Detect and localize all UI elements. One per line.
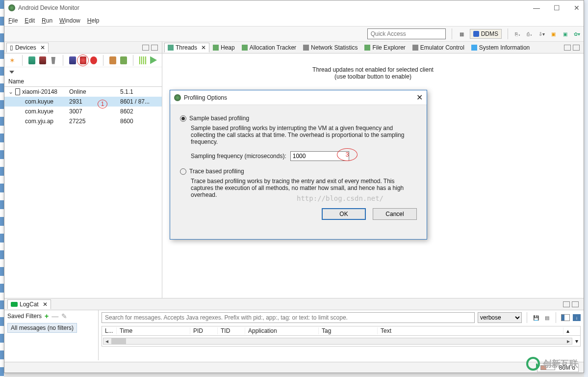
update-heap-icon[interactable] <box>28 56 35 64</box>
separator <box>133 55 133 66</box>
background-right-strip <box>584 0 588 377</box>
scroll-lock-icon[interactable]: ↓ <box>573 314 581 321</box>
tab-heap[interactable]: Heap <box>209 43 238 53</box>
minimize-view-icon[interactable] <box>142 45 149 51</box>
tab-emulator-control[interactable]: Emulator Control <box>409 43 468 53</box>
logcat-main: verbose 💾 ▤ ↓ L... Time PID TID Applicat… <box>99 310 584 360</box>
col-application[interactable]: Application <box>245 327 319 334</box>
stop-process-icon[interactable] <box>90 56 97 64</box>
perspective-label: DDMS <box>481 30 498 37</box>
systrace-icon[interactable] <box>139 56 146 64</box>
device-row[interactable]: ⌄xiaomi-20148 Online 5.1.1 <box>4 87 162 97</box>
cause-gc-icon[interactable] <box>50 56 57 64</box>
threads-message-2: (use toolbar button to enable) <box>312 73 434 80</box>
window-close-icon[interactable]: ✕ <box>574 4 580 12</box>
app-window: Android Device Monitor — ☐ ✕ File Edit R… <box>4 0 584 373</box>
process-row[interactable]: com.kuyue 2931 8601 / 87... <box>4 97 162 107</box>
add-filter-icon[interactable]: + <box>45 312 49 320</box>
menu-run[interactable]: Run <box>42 17 52 24</box>
process-pid: 2931 <box>69 98 96 105</box>
expand-icon[interactable]: ⌄ <box>8 88 13 95</box>
process-row[interactable]: com.yju.ap 27225 8600 <box>4 116 162 126</box>
debug-icon[interactable]: ✶ <box>9 56 16 64</box>
tab-network[interactable]: Network Statistics <box>300 43 361 53</box>
toolbar-icon-6[interactable]: ✿▾ <box>573 30 581 38</box>
maximize-view-icon[interactable] <box>572 301 579 307</box>
start-method-profiling-icon[interactable] <box>80 56 87 64</box>
devices-table: ⌄xiaomi-20148 Online 5.1.1 com.kuyue 293… <box>4 87 162 313</box>
scroll-up-icon[interactable]: ▴ <box>563 327 570 334</box>
trace-based-radio[interactable] <box>180 168 186 175</box>
display-filters-icon[interactable] <box>561 314 570 321</box>
tab-threads[interactable]: Threads✕ <box>164 43 209 53</box>
toolbar-icon-5[interactable]: ▣ <box>561 30 569 38</box>
devices-tab[interactable]: ▯ Devices ✕ <box>6 43 49 53</box>
maximize-view-icon[interactable] <box>151 45 158 51</box>
update-threads-icon[interactable] <box>69 56 76 64</box>
tab-label: Threads <box>176 44 197 51</box>
col-pid[interactable]: PID <box>190 327 218 334</box>
menu-window[interactable]: Window <box>59 17 80 24</box>
profiling-options-dialog: Profiling Options ✕ Sample based profili… <box>170 90 427 240</box>
window-minimize-icon[interactable]: — <box>533 4 540 12</box>
sampling-frequency-input[interactable] <box>290 151 349 161</box>
titlebar: Android Device Monitor — ☐ ✕ <box>4 0 584 15</box>
maximize-view-icon[interactable] <box>573 45 580 51</box>
toolbar-icon-2[interactable]: ⎙▾ <box>526 30 534 38</box>
close-icon[interactable]: ✕ <box>43 301 48 308</box>
horizontal-scrollbar[interactable]: ◂ ▸ <box>103 338 572 345</box>
minimize-view-icon[interactable] <box>563 301 570 307</box>
col-time[interactable]: Time <box>117 327 190 334</box>
logcat-tab[interactable]: LogCat ✕ <box>7 299 51 309</box>
menu-help[interactable]: Help <box>87 17 100 24</box>
toolbar-icon-4[interactable]: ▣ <box>549 30 557 38</box>
clear-log-icon[interactable]: ▤ <box>543 314 551 322</box>
save-log-icon[interactable]: 💾 <box>532 314 540 322</box>
corner-logo: 创新互联 <box>526 354 585 373</box>
toolbar-icon-1[interactable]: ⎘▾ <box>514 30 522 38</box>
cancel-button[interactable]: Cancel <box>373 208 417 220</box>
view-menu-dropdown-icon[interactable] <box>9 71 14 74</box>
remove-filter-icon[interactable]: — <box>51 312 58 320</box>
col-text[interactable]: Text <box>378 327 563 334</box>
process-row[interactable]: com.kuyue 3007 8602 <box>4 107 162 116</box>
tab-allocation[interactable]: Allocation Tracker <box>238 43 300 53</box>
minimize-view-icon[interactable] <box>564 45 571 51</box>
menu-edit[interactable]: Edit <box>25 17 35 24</box>
separator <box>452 28 452 39</box>
tab-system-info[interactable]: System Information <box>468 43 533 53</box>
start-opengl-trace-icon[interactable] <box>150 56 157 64</box>
logcat-icon <box>11 302 18 307</box>
col-tag[interactable]: Tag <box>319 327 378 334</box>
ok-button[interactable]: OK <box>322 208 366 220</box>
dump-view-hierarchy-icon[interactable] <box>120 56 127 64</box>
devices-tab-close-icon[interactable]: ✕ <box>40 44 45 51</box>
perspective-ddms-button[interactable]: DDMS <box>470 29 502 39</box>
open-perspective-icon[interactable]: ▦ <box>458 30 466 38</box>
tab-file-explorer[interactable]: File Explorer <box>361 43 409 53</box>
screen-capture-icon[interactable] <box>109 56 116 64</box>
filter-item[interactable]: All messages (no filters) <box>7 323 77 333</box>
trace-based-label: Trace based profiling <box>189 168 244 175</box>
process-name: com.yju.ap <box>25 118 53 125</box>
dump-hprof-icon[interactable] <box>39 56 46 64</box>
edit-filter-icon[interactable]: ✎ <box>61 312 67 320</box>
scroll-thumb[interactable] <box>111 338 126 344</box>
scroll-down-icon[interactable]: ▾ <box>573 338 580 345</box>
device-state: Online <box>69 88 96 95</box>
col-level[interactable]: L... <box>102 327 117 334</box>
log-level-select[interactable]: verbose <box>478 312 522 323</box>
menu-file[interactable]: File <box>8 17 18 24</box>
logcat-search-input[interactable] <box>102 312 475 323</box>
phone-icon <box>15 88 20 95</box>
sample-based-radio[interactable] <box>180 115 186 122</box>
quick-access-input[interactable] <box>367 28 446 39</box>
scroll-right-icon[interactable]: ▸ <box>565 338 572 345</box>
tab-label: Network Statistics <box>311 44 358 51</box>
toolbar-icon-3[interactable]: ⇩▾ <box>537 30 545 38</box>
dialog-close-icon[interactable]: ✕ <box>416 93 423 102</box>
col-tid[interactable]: TID <box>218 327 245 334</box>
close-icon[interactable]: ✕ <box>201 44 206 51</box>
window-maximize-icon[interactable]: ☐ <box>554 4 560 12</box>
scroll-left-icon[interactable]: ◂ <box>103 338 110 345</box>
